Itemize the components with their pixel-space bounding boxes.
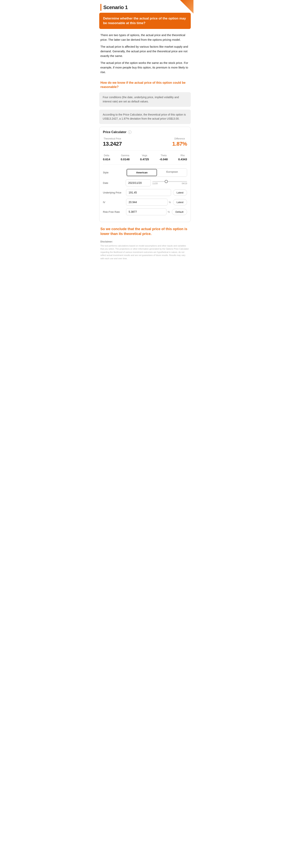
difference-value: 1.87% (172, 141, 187, 147)
iv-row: IV % Latest (103, 199, 187, 206)
vega-value: 0.4725 (140, 158, 149, 161)
disclaimer-title: Disclaimer: (100, 240, 190, 243)
underlying-price-row: Underlying Price Latest (103, 189, 187, 196)
conclusion: So we conclude that the actual price of … (96, 227, 194, 240)
question-box-text: Determine whether the actual price of th… (103, 17, 186, 25)
scenario-title: Scenario 1 (103, 4, 128, 10)
iv-latest-button[interactable]: Latest (173, 199, 187, 206)
info-box-2: According to the Price Calculator, the t… (99, 110, 191, 124)
underlying-price-input[interactable] (126, 189, 171, 196)
theoretical-price-col: Theoretical Price 13.2427 (103, 137, 122, 147)
underlying-price-latest-button[interactable]: Latest (173, 189, 187, 196)
page-wrapper: Scenario 1 Determine whether the actual … (96, 0, 194, 266)
slider-labels: 11/20 04/19 (152, 182, 187, 185)
header-decoration (180, 0, 194, 13)
info-box-1: Four conditions (the date, underlying pr… (99, 92, 191, 107)
body-paragraph-2: The actual price is affected by various … (100, 44, 190, 58)
delta-col: Delta 0.614 (103, 154, 110, 161)
disclaimer-text: The tool performs calculations based on … (100, 244, 190, 260)
risk-free-rate-input[interactable] (126, 208, 167, 215)
theoretical-price-value: 13.2427 (103, 141, 122, 147)
gamma-value: 0.0148 (121, 158, 129, 161)
slider-start-label: 11/20 (152, 182, 158, 185)
iv-unit: % (169, 201, 171, 204)
delta-value: 0.614 (103, 158, 110, 161)
vega-label: Vega (142, 154, 147, 157)
date-slider-track[interactable] (152, 181, 187, 182)
date-slider-area: 11/20 04/19 (152, 181, 187, 185)
risk-free-rate-label: Risk-Free Rate (103, 211, 124, 213)
date-input[interactable] (126, 179, 151, 186)
gamma-col: Gamma 0.0148 (121, 154, 129, 161)
rho-col: Rho 0.4343 (178, 154, 187, 161)
vega-col: Vega 0.4725 (140, 154, 149, 161)
risk-free-rate-unit: % (168, 211, 170, 213)
accent-bar (100, 4, 102, 11)
european-button[interactable]: European (157, 168, 187, 177)
price-row: Theoretical Price 13.2427 Difference 1.8… (103, 137, 187, 151)
date-row: Date 11/20 04/19 (103, 179, 187, 186)
theoretical-price-label: Theoretical Price (104, 137, 121, 140)
risk-free-rate-default-button[interactable]: Default (172, 209, 187, 215)
style-toggle[interactable]: American European (126, 168, 187, 177)
calc-title: Price Calculator (103, 130, 126, 134)
date-slider-thumb[interactable] (165, 180, 168, 183)
risk-free-rate-row: Risk-Free Rate % Default (103, 208, 187, 215)
scenario-header: Scenario 1 (96, 0, 194, 13)
gamma-label: Gamma (121, 154, 129, 157)
body-section: There are two types of options, the actu… (96, 33, 194, 81)
calc-info-icon[interactable]: i (128, 130, 132, 134)
question-box: Determine whether the actual price of th… (99, 13, 191, 29)
style-label: Style (103, 171, 124, 174)
rho-value: 0.4343 (178, 158, 187, 161)
calculator-card: Price Calculator i Theoretical Price 13.… (99, 127, 191, 222)
theta-value: -0.048 (160, 158, 168, 161)
underlying-price-label: Underlying Price (103, 191, 124, 194)
difference-label: Difference (174, 137, 185, 140)
calc-header: Price Calculator i (103, 130, 187, 134)
sub-heading: How do we know if the actual price of th… (96, 81, 194, 92)
american-button[interactable]: American (127, 169, 157, 176)
difference-col: Difference 1.87% (172, 137, 187, 147)
slider-end-label: 04/19 (182, 182, 187, 185)
greeks-row: Delta 0.614 Gamma 0.0148 Vega 0.4725 The… (103, 154, 187, 164)
iv-input[interactable] (126, 199, 168, 206)
theta-label: Theta (161, 154, 167, 157)
date-label: Date (103, 182, 124, 184)
delta-label: Delta (104, 154, 109, 157)
body-paragraph-3: The actual price of the option works the… (100, 61, 190, 74)
body-paragraph-1: There are two types of options, the actu… (100, 33, 190, 42)
rho-label: Rho (180, 154, 185, 157)
iv-label: IV (103, 201, 124, 204)
disclaimer: Disclaimer: The tool performs calculatio… (96, 240, 194, 266)
style-row: Style American European (103, 168, 187, 177)
theta-col: Theta -0.048 (160, 154, 168, 161)
